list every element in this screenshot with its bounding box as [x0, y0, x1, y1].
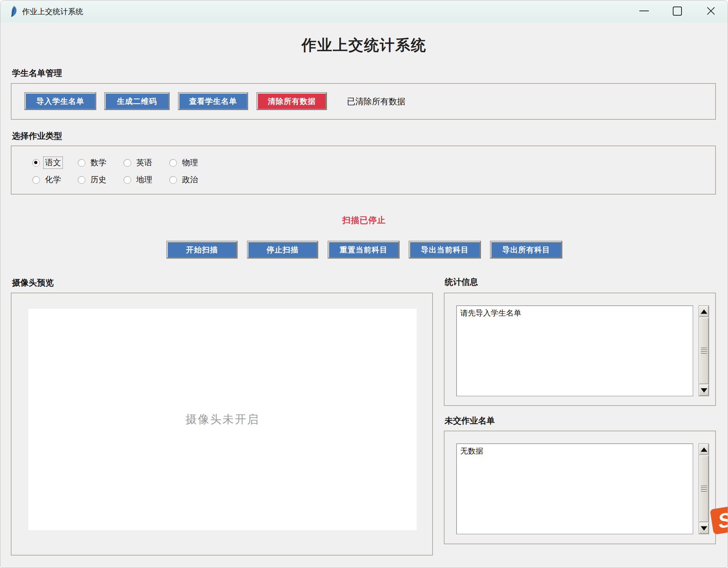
radio-chinese[interactable]: 语文: [32, 157, 62, 168]
statistics-label: 统计信息: [445, 276, 478, 288]
scan-status-text: 扫描已停止: [0, 215, 728, 226]
radio-icon: [169, 159, 177, 167]
scrollbar-grip-icon: [701, 486, 707, 492]
radio-label: 历史: [89, 174, 108, 186]
close-icon: [706, 6, 716, 16]
statistics-textarea[interactable]: 请先导入学生名单: [456, 305, 693, 396]
radio-label: 数学: [89, 157, 108, 169]
minimize-button[interactable]: [632, 0, 656, 21]
radio-chemistry[interactable]: 化学: [32, 174, 62, 185]
camera-preview-label: 摄像头预览: [12, 277, 54, 288]
missing-list-textarea[interactable]: 无数据: [456, 443, 693, 534]
scroll-up-button[interactable]: [699, 306, 709, 317]
import-student-list-button[interactable]: 导入学生名单: [25, 93, 96, 110]
app-window: 作业上交统计系统 作业上交统计系统 学生名单管理 导入学生名单 生成二维码 查看…: [0, 0, 728, 568]
statistics-scrollbar[interactable]: [699, 305, 709, 396]
radio-geography[interactable]: 地理: [124, 174, 154, 185]
reset-current-subject-button[interactable]: 重置当前科目: [328, 241, 399, 258]
radio-english[interactable]: 英语: [124, 157, 154, 168]
missing-list-label: 未交作业名单: [445, 415, 495, 426]
export-current-subject-button[interactable]: 导出当前科目: [409, 241, 481, 258]
arrow-down-icon: [701, 526, 707, 531]
maximize-icon: [673, 7, 682, 16]
arrow-up-icon: [701, 447, 707, 452]
minimize-icon: [639, 11, 649, 11]
radio-icon: [169, 176, 177, 184]
radio-math[interactable]: 数学: [78, 157, 108, 168]
arrow-up-icon: [701, 309, 707, 314]
scroll-down-button[interactable]: [699, 385, 709, 396]
export-all-subjects-button[interactable]: 导出所有科目: [490, 241, 562, 258]
radio-label: 英语: [135, 157, 154, 169]
radio-label: 物理: [181, 157, 199, 169]
arrow-down-icon: [701, 388, 707, 393]
missing-list-scrollbar[interactable]: [699, 443, 709, 534]
stop-scan-button[interactable]: 停止扫描: [247, 241, 318, 258]
tk-feather-icon: [9, 6, 18, 17]
scroll-up-button[interactable]: [699, 444, 709, 455]
scrollbar-grip-icon: [701, 348, 707, 354]
page-title: 作业上交统计系统: [0, 35, 728, 55]
homework-type-label: 选择作业类型: [12, 130, 62, 142]
radio-label: 地理: [135, 174, 154, 186]
scrollbar-thumb[interactable]: [699, 455, 709, 522]
homework-type-frame: 语文 数学 英语 物理 化学 历史 地理 政治: [11, 146, 716, 195]
clear-all-data-button[interactable]: 清除所有数据: [257, 93, 327, 110]
maximize-button[interactable]: [666, 0, 689, 21]
camera-off-text: 摄像头未开启: [186, 412, 260, 427]
radio-icon: [32, 159, 40, 167]
radio-icon: [78, 159, 85, 167]
radio-label: 政治: [181, 174, 199, 186]
radio-physics[interactable]: 物理: [169, 157, 199, 168]
student-management-label: 学生名单管理: [12, 68, 62, 79]
radio-label: 语文: [44, 157, 62, 169]
scroll-down-button[interactable]: [699, 523, 709, 534]
camera-canvas: 摄像头未开启: [28, 309, 417, 530]
view-student-list-button[interactable]: 查看学生名单: [178, 93, 248, 110]
radio-icon: [124, 159, 131, 167]
camera-preview-frame: 摄像头未开启: [11, 293, 433, 556]
radio-label: 化学: [44, 174, 62, 186]
scrollbar-thumb[interactable]: [699, 317, 709, 384]
radio-politics[interactable]: 政治: [169, 174, 199, 185]
radio-icon: [124, 176, 131, 184]
statistics-frame: 请先导入学生名单: [444, 293, 716, 406]
clear-status-text: 已清除所有数据: [347, 96, 405, 107]
title-bar[interactable]: 作业上交统计系统: [0, 0, 728, 23]
generate-qrcode-button[interactable]: 生成二维码: [105, 93, 169, 110]
close-button[interactable]: [699, 0, 723, 21]
start-scan-button[interactable]: 开始扫描: [167, 241, 237, 258]
radio-icon: [78, 176, 85, 184]
window-title: 作业上交统计系统: [22, 0, 83, 23]
student-management-frame: 导入学生名单 生成二维码 查看学生名单 清除所有数据 已清除所有数据: [11, 83, 716, 120]
radio-icon: [32, 176, 40, 184]
missing-list-frame: 无数据: [444, 431, 716, 544]
radio-history[interactable]: 历史: [78, 174, 108, 185]
